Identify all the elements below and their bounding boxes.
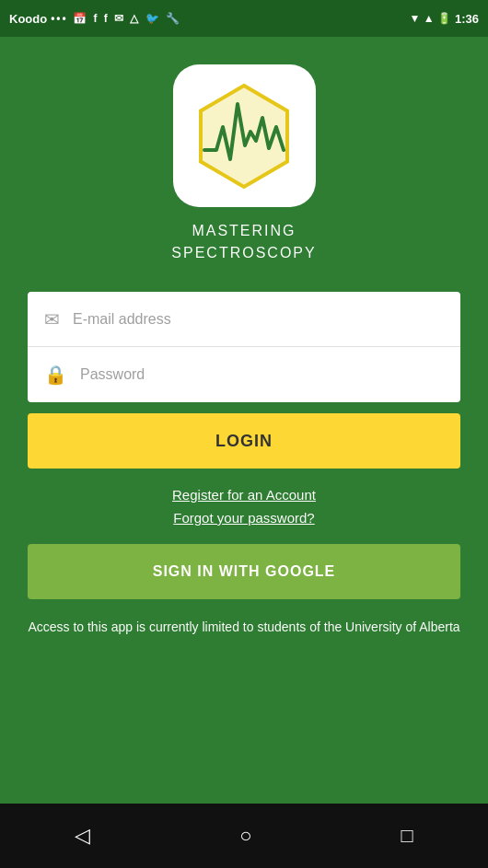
email-icon: ✉	[44, 308, 60, 330]
password-row: 🔒	[28, 347, 460, 402]
lock-icon: 🔒	[44, 364, 67, 386]
status-right: ▼ ▲ 🔋 1:36	[410, 12, 479, 26]
info-text: Access to this app is currently limited …	[28, 618, 459, 637]
password-input[interactable]	[80, 366, 444, 383]
signal-icons: ▼ ▲ 🔋	[410, 12, 451, 25]
main-content: MASTERING SPECTROSCOPY ✉ 🔒 LOGIN Registe…	[0, 37, 488, 804]
logo-container	[173, 64, 316, 207]
back-button[interactable]: ◁	[75, 824, 90, 848]
recents-button[interactable]: □	[401, 824, 413, 848]
login-button[interactable]: LOGIN	[28, 413, 460, 469]
nav-bar: ◁ ○ □	[0, 804, 488, 868]
app-logo	[184, 76, 304, 196]
register-link[interactable]: Register for an Account	[172, 487, 316, 503]
forgot-password-link[interactable]: Forgot your password?	[173, 510, 314, 526]
google-signin-button[interactable]: SIGN IN WITH GOOGLE	[28, 544, 460, 599]
home-button[interactable]: ○	[239, 824, 251, 848]
email-row: ✉	[28, 292, 460, 347]
time-label: 1:36	[455, 12, 479, 26]
carrier-label: Koodo	[9, 12, 47, 26]
status-icons: ••• 📅 f f ✉ △ 🐦 🔧	[51, 12, 181, 25]
email-input[interactable]	[73, 311, 444, 328]
app-title: MASTERING SPECTROSCOPY	[171, 220, 316, 264]
status-left: Koodo ••• 📅 f f ✉ △ 🐦 🔧	[9, 12, 181, 26]
links-section: Register for an Account Forgot your pass…	[172, 487, 316, 526]
status-bar: Koodo ••• 📅 f f ✉ △ 🐦 🔧 ▼ ▲ 🔋 1:36	[0, 0, 488, 37]
login-card: ✉ 🔒	[28, 292, 460, 402]
